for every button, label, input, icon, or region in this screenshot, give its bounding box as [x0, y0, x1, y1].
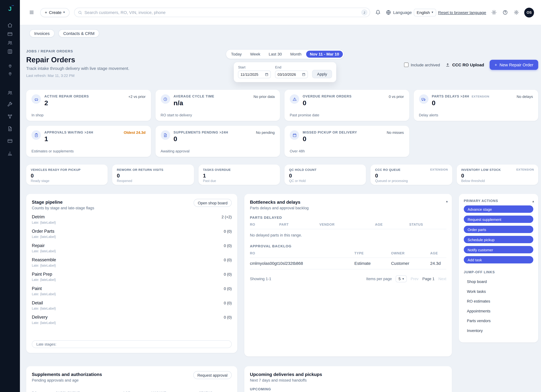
kpi-caption: Queued or processing: [375, 179, 447, 183]
collapse-button[interactable]: ▴: [532, 197, 534, 204]
stage-row-detail[interactable]: Detail 0 (0): [32, 300, 232, 305]
sidebar-item-home[interactable]: [7, 21, 13, 29]
create-button[interactable]: + Create ▾: [40, 8, 69, 17]
request-approval-button[interactable]: Request approval: [193, 371, 232, 379]
order-parts-button[interactable]: Order parts: [464, 226, 533, 233]
notify-customer-button[interactable]: Notify customer: [464, 246, 533, 253]
help-button[interactable]: [502, 9, 509, 16]
page-head-actions: Include archived CCC RO Upload + New Rep…: [404, 60, 538, 70]
supplements-card: Supplements and authorizations Pending a…: [26, 366, 237, 392]
start-date-value: 11/11/2025: [240, 72, 258, 77]
advance-stage-button[interactable]: Advance stage: [464, 206, 533, 213]
sidebar-item-reports[interactable]: [7, 147, 13, 159]
col-age: AGE: [375, 222, 409, 226]
menu-button[interactable]: [28, 8, 36, 16]
table-footer: Showing 1-1 Items per page 5 ▾ Prev Page…: [250, 275, 446, 282]
kpi-value: 1: [203, 173, 275, 178]
kpi-meta: +2 vs prior: [125, 94, 146, 99]
schedule-pickup-button[interactable]: Schedule pickup: [464, 236, 533, 243]
sidebar-item-pinned-2[interactable]: [8, 70, 12, 77]
search-input[interactable]: [84, 10, 359, 15]
range-month-button[interactable]: Month: [286, 51, 305, 58]
include-archived-checkbox[interactable]: [404, 62, 409, 67]
collapse-button[interactable]: ▴: [446, 197, 447, 204]
kanban-board-icon: [7, 49, 13, 54]
approval-backlog-row[interactable]: cmlmyolas00gt10sl232tb868 Estimate Custo…: [250, 258, 446, 269]
link-inventory[interactable]: Inventory: [467, 326, 533, 335]
language-select[interactable]: English ▾: [414, 9, 436, 16]
sidebar-item-integrations[interactable]: [7, 111, 13, 122]
tab-invoices[interactable]: Invoices: [29, 29, 55, 37]
items-per-page-select[interactable]: 5 ▾: [396, 275, 407, 282]
col-amount: AMOUNT: [151, 391, 199, 392]
start-date-input[interactable]: 11/11/2025: [238, 71, 271, 78]
link-work-tasks[interactable]: Work tasks: [467, 287, 533, 296]
kpi-supplements-pending: SUPPLEMENTS PENDING >24H 0 No pending Aw…: [155, 126, 280, 157]
ccc-ro-upload-button[interactable]: CCC RO Upload: [446, 62, 484, 67]
parts-delayed-section-label: PARTS DELAYED: [250, 216, 446, 219]
stage-late-note: Late: {lateLabel}: [32, 278, 232, 282]
new-repair-order-button[interactable]: + New Repair Order: [490, 60, 538, 70]
page-title: Repair Orders: [26, 56, 166, 64]
stage-late-note: Late: {lateLabel}: [32, 249, 232, 253]
extension-badge: EXTENSION: [472, 95, 489, 98]
sidebar-item-customers[interactable]: [7, 39, 13, 47]
link-parts-vendors[interactable]: Parts vendors: [467, 316, 533, 325]
page-head: JOBS / REPAIR ORDERS Repair Orders Track…: [26, 49, 538, 82]
clipboard-check-icon: [31, 130, 41, 140]
notifications-button[interactable]: [375, 9, 381, 16]
range-custom-button[interactable]: Nov 11 - Mar 10: [306, 51, 343, 58]
stage-row-paint[interactable]: Paint 0 (0): [32, 286, 232, 291]
kpi-value: 1: [44, 135, 93, 143]
main-panels: Stage pipeline Counts by stage and late-…: [26, 194, 538, 356]
sidebar-item-payments[interactable]: [7, 135, 13, 147]
apply-button[interactable]: Apply: [312, 70, 332, 78]
top-header: + Create ▾ J Language English ▾ Reset to…: [20, 0, 541, 25]
stage-row-paint-prep[interactable]: Paint Prep 0 (0): [32, 272, 232, 277]
range-week-button[interactable]: Week: [246, 51, 264, 58]
pin-icon: [8, 72, 12, 76]
theme-toggle-button[interactable]: [491, 9, 497, 16]
end-date-input[interactable]: 03/10/2026: [275, 71, 308, 78]
link-appointments[interactable]: Appointments: [467, 306, 533, 316]
kpi-label: ACTIVE REPAIR ORDERS: [44, 94, 89, 98]
sidebar-item-invoices[interactable]: [7, 30, 13, 38]
col-ro: RO: [250, 222, 279, 226]
sidebar-item-team[interactable]: [7, 88, 13, 98]
range-today-button[interactable]: Today: [227, 51, 245, 58]
stage-row-repair[interactable]: Repair 0 (0): [32, 243, 232, 248]
stage-row-delivery[interactable]: Delivery 0 (0): [32, 315, 232, 320]
settings-button[interactable]: [513, 9, 520, 16]
add-task-button[interactable]: Add task: [464, 256, 533, 263]
stage-row-detrim[interactable]: Detrim 2 (+2): [32, 215, 232, 219]
sidebar-item-pinned-1[interactable]: [8, 62, 12, 70]
link-ro-estimates[interactable]: RO estimates: [467, 296, 533, 306]
open-shop-board-button[interactable]: Open shop board: [194, 199, 232, 207]
primary-actions-title: PRIMARY ACTIONS: [464, 199, 533, 202]
file-text-icon: [161, 130, 170, 140]
user-avatar[interactable]: OS: [524, 7, 534, 17]
next-page-button[interactable]: Next: [438, 277, 446, 281]
col-status: STATUS: [409, 222, 446, 226]
link-shop-board[interactable]: Shop board: [467, 277, 533, 287]
sidebar-item-tools[interactable]: [7, 99, 13, 110]
last-refresh: Last refresh: Mar 11, 3:22 PM: [26, 73, 166, 77]
primary-actions-card: ▴ PRIMARY ACTIONS Advance stage Request …: [459, 194, 538, 342]
late-stages-filter-input[interactable]: Late stages:: [32, 340, 232, 348]
stage-row-order-parts[interactable]: Order Parts 0 (0): [32, 229, 232, 234]
reset-language-link[interactable]: Reset to browser language: [438, 10, 486, 15]
stage-row-reassemble[interactable]: Reassemble 0 (0): [32, 258, 232, 263]
upcoming-section-label: UPCOMING: [250, 387, 446, 391]
tab-contacts-crm[interactable]: Contacts & CRM: [58, 29, 99, 37]
jump-off-links-title: JUMP-OFF LINKS: [464, 270, 533, 274]
app-logo[interactable]: J ••: [8, 6, 11, 13]
request-supplement-button[interactable]: Request supplement: [464, 216, 533, 223]
range-last30-button[interactable]: Last 30: [265, 51, 286, 58]
include-archived-toggle[interactable]: Include archived: [404, 62, 440, 67]
kpi-meta: No misses: [384, 130, 404, 134]
sidebar-item-board[interactable]: [7, 47, 13, 56]
credit-card-icon: [7, 31, 13, 37]
kpi-label: VEHICLES READY FOR PICKUP: [31, 168, 103, 172]
prev-page-button[interactable]: Prev: [411, 277, 418, 281]
sidebar-item-documents[interactable]: [7, 123, 13, 134]
